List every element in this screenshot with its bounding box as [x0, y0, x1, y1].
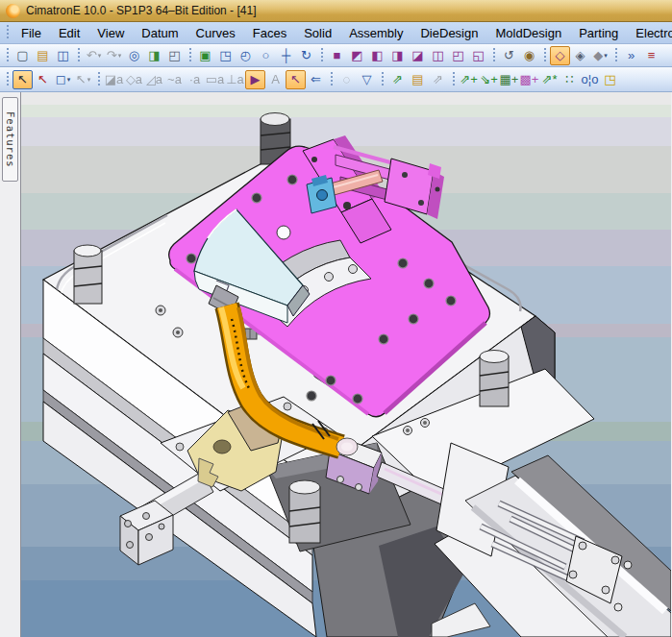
menu-edit[interactable]: Edit: [50, 24, 88, 42]
toolbar-selection-assembly: ↖↖◻▾↖▾◪a◇a◿a~a·a▭a⊥a▶A↖⇐◌▽⇗▤⇗⇗+⇘+▦+▩+⇗*∷…: [0, 67, 672, 92]
cursor-filter-icon: ↖: [290, 73, 301, 86]
toolbar-drag-handle[interactable]: [329, 72, 334, 87]
zoom-dynamic-icon: ◴: [240, 49, 251, 61]
dropdown-arrow-icon[interactable]: ▾: [87, 76, 91, 83]
menu-curves[interactable]: Curves: [187, 24, 244, 42]
selection-filter-funnel-button[interactable]: ▽: [357, 70, 377, 89]
pick-select-button[interactable]: ↖: [12, 70, 33, 89]
add-new-part-icon: ⇗*: [542, 73, 558, 86]
title-bar[interactable]: CimatronE 10.0 - SP1P3 64–Bit Edition - …: [0, 0, 672, 22]
dropdown-arrow-icon[interactable]: ▾: [67, 76, 71, 83]
align-pattern-button[interactable]: ∷: [560, 70, 580, 89]
toolbar-drag-handle[interactable]: [319, 48, 324, 63]
menu-faces[interactable]: Faces: [244, 24, 295, 42]
dropdown-arrow-icon[interactable]: ▾: [118, 52, 122, 59]
view-front-button[interactable]: ◧: [367, 46, 387, 65]
toolbar-overflow-button[interactable]: »: [621, 46, 641, 65]
view-back-icon: ◪: [411, 49, 423, 61]
toolbar-drag-handle[interactable]: [5, 48, 10, 63]
dropdown-arrow-icon[interactable]: ▾: [98, 52, 102, 59]
filter-curves-button: ~a: [164, 70, 185, 89]
active-filter-button[interactable]: ▶: [245, 70, 265, 89]
zoom-dynamic-button[interactable]: ◴: [236, 46, 256, 65]
toolbar-drag-handle[interactable]: [613, 48, 618, 63]
new-document-button[interactable]: ▢: [12, 46, 33, 65]
view-top-button[interactable]: ◩: [347, 46, 367, 65]
menu-molddesign[interactable]: MoldDesign: [486, 24, 570, 42]
add-connection-button[interactable]: ⇗: [387, 70, 408, 89]
view-left-button[interactable]: ◫: [428, 46, 448, 65]
view-right-button[interactable]: ◨: [387, 46, 408, 65]
work-area: Features: [0, 92, 672, 637]
window-select-button[interactable]: ◻▾: [53, 70, 73, 89]
disconnect-button: ⇗: [428, 70, 448, 89]
menubar-drag-handle[interactable]: [5, 25, 10, 40]
save-button[interactable]: ◫: [53, 46, 73, 65]
toolbar-drag-handle[interactable]: [187, 48, 192, 63]
toolbar-drag-handle[interactable]: [542, 48, 547, 63]
add-new-part-button[interactable]: ⇗*: [539, 70, 560, 89]
cursor-filter-button[interactable]: ↖: [286, 70, 306, 89]
view-bottom-button[interactable]: ◰: [448, 46, 468, 65]
view-back-button[interactable]: ◪: [408, 46, 428, 65]
pan-button[interactable]: ┼: [276, 46, 296, 65]
toolbar-drag-handle[interactable]: [380, 72, 385, 87]
3d-viewport[interactable]: [21, 92, 672, 637]
open-catalog-button[interactable]: ▤: [408, 70, 428, 89]
zoom-window-button[interactable]: ◳: [215, 46, 236, 65]
filter-annotations-button: A: [265, 70, 286, 89]
shaded-display-button[interactable]: ◆▾: [590, 46, 610, 65]
catalog-box-button[interactable]: ◳: [600, 70, 620, 89]
pattern-grid-button[interactable]: ▩+: [519, 70, 539, 89]
open-file-button[interactable]: ▤: [33, 46, 53, 65]
menu-diedesign[interactable]: DieDesign: [411, 24, 486, 42]
copy-replace-button[interactable]: ◨: [144, 46, 164, 65]
menu-view[interactable]: View: [88, 24, 133, 42]
show-hide-list-button[interactable]: ⇐: [306, 70, 326, 89]
menu-solid[interactable]: Solid: [295, 24, 340, 42]
menu-assembly[interactable]: Assembly: [340, 24, 411, 42]
align-center-button[interactable]: o¦o: [580, 70, 600, 89]
zoom-window-icon: ◳: [219, 49, 231, 61]
hidden-line-display-button[interactable]: ◈: [570, 46, 590, 65]
display-manager-button[interactable]: ≡: [641, 46, 661, 65]
view-axonometric-button[interactable]: ◱: [468, 46, 488, 65]
menu-parting[interactable]: Parting: [570, 24, 627, 42]
menu-electrode[interactable]: Electrode: [627, 24, 672, 42]
unselect-all-button[interactable]: ↖: [33, 70, 53, 89]
guide-pin-left[interactable]: [74, 245, 102, 304]
guide-pin-right[interactable]: [480, 351, 509, 407]
toolbar-drag-handle[interactable]: [76, 48, 81, 63]
view-camera-icon: ◉: [524, 49, 535, 61]
features-panel-tab[interactable]: Features: [2, 97, 18, 182]
find-references-button[interactable]: ◎: [124, 46, 144, 65]
wireframe-display-button[interactable]: ◇: [550, 46, 570, 65]
add-subassembly-button[interactable]: ⇘+: [479, 70, 499, 89]
zoom-icon: ○: [262, 49, 270, 61]
undo-button: ↶▾: [84, 46, 104, 65]
pattern-linear-button[interactable]: ▦+: [499, 70, 519, 89]
view-camera-button[interactable]: ◉: [519, 46, 539, 65]
zoom-all-button[interactable]: ▣: [195, 46, 215, 65]
guide-pin-bottom[interactable]: [289, 480, 320, 543]
save-icon: ◫: [57, 49, 68, 61]
zoom-button[interactable]: ○: [256, 46, 276, 65]
dropdown-arrow-icon[interactable]: ▾: [604, 52, 608, 59]
add-part-button[interactable]: ⇗+: [459, 70, 479, 89]
toolbar-drag-handle[interactable]: [96, 72, 101, 87]
previous-view-icon: ↺: [504, 49, 514, 61]
toolbar-drag-handle[interactable]: [451, 72, 456, 87]
rotate-view-button[interactable]: ↻: [296, 46, 316, 65]
view-top-icon: ◩: [351, 49, 362, 61]
previous-view-button[interactable]: ↺: [499, 46, 519, 65]
filter-points-icon: ·a: [189, 73, 201, 86]
pick-select-icon: ↖: [17, 73, 28, 86]
view-bottom-icon: ◰: [452, 49, 463, 61]
view-isometric-button[interactable]: ■: [327, 46, 347, 65]
menu-datum[interactable]: Datum: [133, 24, 187, 42]
toolbar-drag-handle[interactable]: [491, 48, 496, 63]
menu-file[interactable]: File: [12, 24, 50, 42]
delete-structure-button[interactable]: ◰: [164, 46, 185, 65]
filter-faces-icon: ◇a: [126, 73, 142, 86]
toolbar-drag-handle[interactable]: [5, 72, 10, 87]
